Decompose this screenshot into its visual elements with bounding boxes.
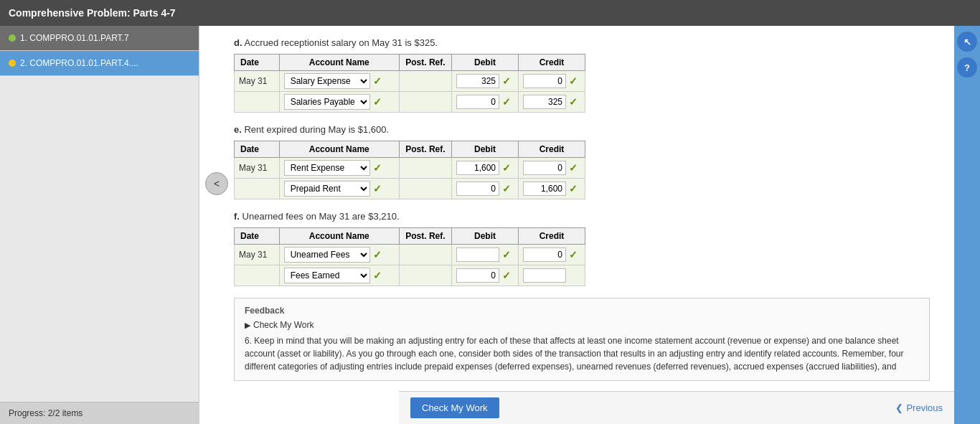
chevron-left-icon: ❮ — [895, 402, 903, 413]
bottom-bar: Check My Work ❮ Previous — [399, 391, 954, 424]
debit-cell-e2: ✓ — [452, 179, 519, 199]
date-cell-e2 — [235, 179, 280, 199]
sidebar-item-label-2: 2. COMPPRO.01.01.PART.4.... — [20, 58, 138, 68]
section-e-label: e. Rent expired during May is $1,600. — [234, 124, 940, 135]
date-cell-d2 — [235, 92, 280, 113]
debit-input-e1[interactable] — [456, 161, 499, 175]
header-credit-e: Credit — [518, 141, 585, 158]
debit-cell-f2: ✓ — [452, 265, 519, 286]
feedback-body: 6. Keep in mind that you will be making … — [245, 334, 919, 373]
sidebar-dot-2 — [9, 60, 16, 67]
table-row: May 31 Salary Expense ✓ — [235, 71, 585, 92]
credit-cell-e1: ✓ — [518, 158, 585, 179]
section-d: d. Accrued receptionist salary on May 31… — [234, 37, 940, 113]
journal-table-f: Date Account Name Post. Ref. Debit Credi… — [234, 227, 585, 286]
arrow-icon: ↖ — [963, 37, 971, 47]
credit-input-d2[interactable] — [523, 95, 566, 109]
account-select-d2[interactable]: Salaries Payable — [284, 94, 370, 110]
section-d-label: d. Accrued receptionist salary on May 31… — [234, 37, 940, 48]
credit-cell-f1: ✓ — [518, 245, 585, 265]
date-cell-e1: May 31 — [235, 158, 280, 179]
header-date-d: Date — [235, 55, 280, 71]
credit-input-e1[interactable] — [523, 161, 566, 175]
debit-input-d2[interactable] — [456, 95, 499, 109]
help-icon-btn[interactable]: ? — [957, 57, 977, 77]
check-icon-e1: ✓ — [373, 162, 382, 174]
debit-input-f2[interactable] — [456, 268, 499, 283]
sidebar: 1. COMPPRO.01.01.PART.7 2. COMPPRO.01.01… — [0, 26, 199, 424]
date-cell-f2 — [235, 265, 280, 286]
credit-cell-d1: ✓ — [518, 71, 585, 92]
credit-input-e2[interactable] — [523, 182, 566, 196]
credit-input-f1[interactable] — [523, 248, 566, 262]
header-postref-f: Post. Ref. — [399, 228, 451, 245]
table-row: May 31 Rent Expense ✓ — [235, 158, 585, 179]
header-account-f: Account Name — [279, 228, 399, 245]
account-cell-d2: Salaries Payable ✓ — [279, 92, 399, 113]
check-icon-f1: ✓ — [373, 249, 382, 260]
credit-cell-e2: ✓ — [518, 179, 585, 199]
app-title: Comprehensive Problem: Parts 4-7 — [9, 7, 176, 19]
check-icon-f2: ✓ — [373, 270, 382, 281]
table-row: May 31 Unearned Fees ✓ — [235, 245, 585, 265]
debit-input-f1[interactable] — [456, 248, 499, 262]
debit-cell-d1: ✓ — [452, 71, 519, 92]
postref-cell-d2 — [399, 92, 451, 113]
table-row: Salaries Payable ✓ ✓ — [235, 92, 585, 113]
check-icon-credit-e1: ✓ — [569, 162, 578, 174]
account-cell-e2: Prepaid Rent ✓ — [279, 179, 399, 199]
header-postref-e: Post. Ref. — [399, 141, 451, 158]
journal-table-e: Date Account Name Post. Ref. Debit Credi… — [234, 141, 585, 199]
debit-input-d1[interactable] — [456, 74, 499, 88]
credit-input-d1[interactable] — [523, 74, 566, 88]
account-cell-e1: Rent Expense ✓ — [279, 158, 399, 179]
account-select-e1[interactable]: Rent Expense — [284, 160, 370, 176]
debit-cell-e1: ✓ — [452, 158, 519, 179]
check-icon-debit-f1: ✓ — [502, 249, 511, 260]
credit-cell-d2: ✓ — [518, 92, 585, 113]
check-icon-d1: ✓ — [373, 75, 382, 87]
debit-cell-f1: ✓ — [452, 245, 519, 265]
postref-cell-f1 — [399, 245, 451, 265]
account-select-f1[interactable]: Unearned Fees — [284, 247, 370, 263]
section-f-label: f. Unearned fees on May 31 are $3,210. — [234, 211, 940, 222]
table-row: Prepaid Rent ✓ ✓ — [235, 179, 585, 199]
account-cell-d1: Salary Expense ✓ — [279, 71, 399, 92]
table-row: Fees Earned ✓ ✓ — [235, 265, 585, 286]
sidebar-item-1[interactable]: 1. COMPPRO.01.01.PART.7 — [0, 26, 199, 51]
feedback-title: Feedback — [245, 306, 919, 316]
header-debit-f: Debit — [452, 228, 519, 245]
account-select-f2[interactable]: Fees Earned — [284, 268, 370, 283]
account-select-d1[interactable]: Salary Expense — [284, 73, 370, 89]
check-icon-debit-e2: ✓ — [502, 183, 511, 194]
sidebar-item-2[interactable]: 2. COMPPRO.01.01.PART.4.... — [0, 51, 199, 76]
check-icon-d2: ✓ — [373, 96, 382, 108]
journal-table-d: Date Account Name Post. Ref. Debit Credi… — [234, 54, 585, 113]
postref-cell-d1 — [399, 71, 451, 92]
check-my-work-label: ▶ Check My Work — [245, 320, 919, 330]
header-account-d: Account Name — [279, 55, 399, 71]
check-icon-debit-f2: ✓ — [502, 270, 511, 281]
title-bar: Comprehensive Problem: Parts 4-7 — [0, 0, 980, 26]
nav-back-arrow[interactable]: < — [205, 172, 228, 195]
check-my-work-button[interactable]: Check My Work — [410, 397, 499, 418]
date-cell-f1: May 31 — [235, 245, 280, 265]
sidebar-dot-1 — [9, 34, 16, 42]
header-debit-e: Debit — [452, 141, 519, 158]
header-account-e: Account Name — [279, 141, 399, 158]
section-f: f. Unearned fees on May 31 are $3,210. D… — [234, 211, 940, 286]
credit-input-f2[interactable] — [523, 268, 566, 283]
check-icon-e2: ✓ — [373, 183, 382, 194]
credit-cell-f2 — [518, 265, 585, 286]
header-postref-d: Post. Ref. — [399, 55, 451, 71]
check-icon-debit-d2: ✓ — [502, 96, 511, 108]
header-date-e: Date — [235, 141, 280, 158]
postref-cell-f2 — [399, 265, 451, 286]
arrow-icon-btn[interactable]: ↖ — [957, 32, 977, 52]
account-cell-f2: Fees Earned ✓ — [279, 265, 399, 286]
account-select-e2[interactable]: Prepaid Rent — [284, 181, 370, 197]
debit-input-e2[interactable] — [456, 182, 499, 196]
content-area: < d. Accrued receptionist salary on May … — [199, 26, 954, 424]
sidebar-footer: Progress: 2/2 items — [0, 402, 199, 424]
previous-button[interactable]: ❮ Previous — [895, 402, 943, 413]
